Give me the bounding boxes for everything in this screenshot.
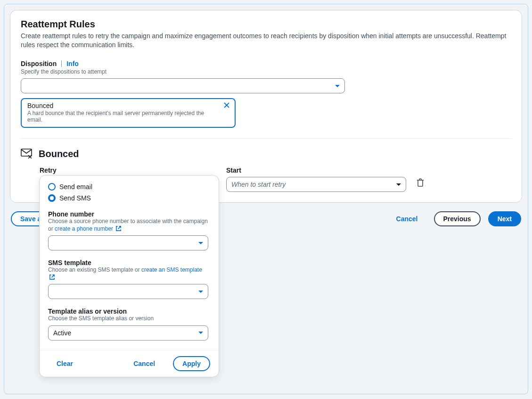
- chevron-down-icon: [198, 332, 203, 334]
- clear-button[interactable]: Clear: [48, 357, 82, 370]
- tag-title: Bounced: [27, 102, 219, 109]
- create-sms-template-link[interactable]: create an SMS template: [141, 266, 202, 273]
- divider: [61, 60, 62, 67]
- template-alias-value: Active: [53, 329, 71, 337]
- svg-rect-2: [21, 149, 32, 156]
- phone-number-label: Phone number: [48, 210, 210, 218]
- phone-number-helper: Choose a source phone number to associat…: [48, 218, 210, 233]
- page-description: Create reattempt rules to retry the camp…: [21, 32, 511, 50]
- disposition-helper: Specify the dispositions to attempt: [21, 68, 511, 76]
- disposition-select[interactable]: [21, 78, 345, 93]
- start-placeholder: When to start retry: [231, 181, 286, 188]
- divider: [21, 138, 511, 139]
- chevron-down-icon: [335, 85, 340, 87]
- envelope-x-icon: [21, 148, 33, 160]
- start-label: Start: [226, 166, 406, 174]
- chevron-down-icon: [198, 242, 203, 244]
- chevron-down-icon: [198, 291, 203, 293]
- retry-popover: Send email Send SMS Phone number Choose …: [39, 175, 219, 377]
- phone-number-select[interactable]: [48, 235, 208, 250]
- previous-button[interactable]: Previous: [434, 211, 481, 226]
- external-link-icon: [115, 225, 122, 232]
- delete-button[interactable]: [414, 175, 427, 191]
- reattempt-rules-card: Reattempt Rules Create reattempt rules t…: [10, 10, 522, 203]
- radio-icon: [48, 183, 56, 191]
- retry-label: Retry: [40, 166, 219, 174]
- close-icon[interactable]: [223, 102, 230, 110]
- template-alias-select[interactable]: Active: [48, 325, 208, 341]
- chevron-down-icon: [396, 183, 401, 186]
- apply-button[interactable]: Apply: [173, 356, 210, 371]
- option-label: Send email: [59, 183, 92, 191]
- info-link[interactable]: Info: [66, 60, 79, 67]
- option-label: Send SMS: [59, 194, 91, 202]
- start-select[interactable]: When to start retry: [226, 177, 406, 192]
- option-send-sms[interactable]: Send SMS: [48, 194, 210, 202]
- radio-checked-icon: [48, 194, 56, 202]
- template-alias-helper: Choose the SMS template alias or version: [48, 315, 210, 323]
- svg-line-5: [118, 226, 121, 229]
- sms-template-helper: Choose an existing SMS template or creat…: [48, 266, 210, 281]
- sms-template-label: SMS template: [48, 259, 210, 266]
- svg-line-6: [52, 275, 55, 278]
- create-phone-number-link[interactable]: create a phone number: [55, 225, 113, 232]
- cancel-button[interactable]: Cancel: [388, 212, 426, 225]
- disposition-tag-bounced: Bounced A hard bounce that the recipient…: [21, 98, 236, 128]
- next-button[interactable]: Next: [488, 211, 521, 226]
- option-send-email[interactable]: Send email: [48, 183, 210, 191]
- bounced-section-title: Bounced: [39, 149, 79, 159]
- external-link-icon: [49, 274, 55, 280]
- page-title: Reattempt Rules: [21, 19, 511, 30]
- template-alias-label: Template alias or version: [48, 308, 210, 315]
- sms-template-select[interactable]: [48, 284, 208, 299]
- disposition-label: Disposition: [21, 60, 57, 67]
- tag-description: A hard bounce that the recipient's mail …: [27, 110, 219, 123]
- popover-cancel-button[interactable]: Cancel: [125, 357, 164, 370]
